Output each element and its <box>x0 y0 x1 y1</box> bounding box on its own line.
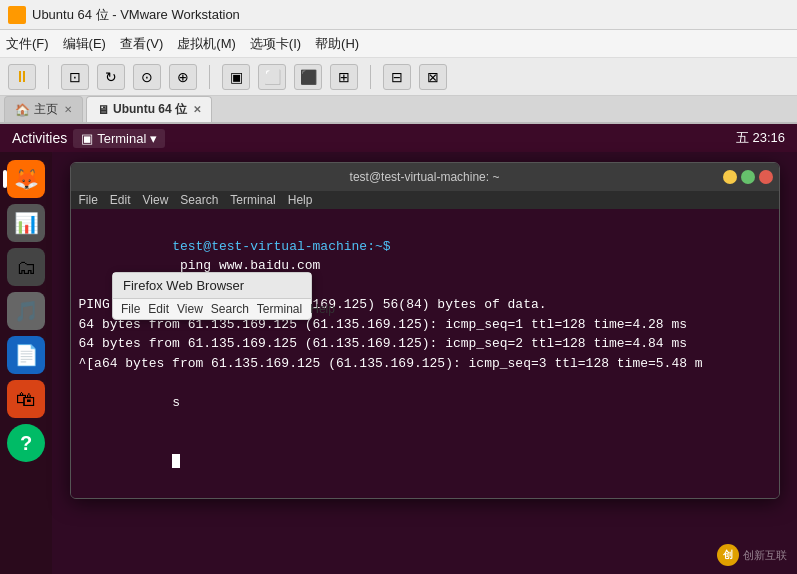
menu-tabs[interactable]: 选项卡(I) <box>250 35 301 53</box>
dock-files[interactable]: 🗂 <box>7 248 45 286</box>
ff-menu-edit[interactable]: Edit <box>148 302 169 316</box>
terminal-cmd-0: ping www.baidu.com <box>172 258 320 273</box>
dock-store[interactable]: 🛍 <box>7 380 45 418</box>
terminal-prompt-0: test@test-virtual-machine:~$ <box>172 239 390 254</box>
toolbar-separator-3 <box>370 65 371 89</box>
system-time: 五 23:16 <box>736 130 785 145</box>
dock-sound[interactable]: 🎵 <box>7 292 45 330</box>
vmware-toolbar: ⏸ ⊡ ↻ ⊙ ⊕ ▣ ⬜ ⬛ ⊞ ⊟ ⊠ <box>0 58 797 96</box>
ff-menu-search[interactable]: Search <box>211 302 249 316</box>
firefox-tooltip-title: Firefox Web Browser <box>113 273 311 299</box>
firefox-icon-symbol: 🦊 <box>14 167 39 191</box>
terminal-minimize-button[interactable] <box>723 170 737 184</box>
toolbar-btn-7[interactable]: ⬛ <box>294 64 322 90</box>
topbar-left: Activities ▣ Terminal ▾ <box>12 129 165 148</box>
term-menu-view[interactable]: View <box>143 193 169 207</box>
sound-icon-symbol: 🎵 <box>14 299 39 323</box>
toolbar-btn-2[interactable]: ↻ <box>97 64 125 90</box>
toolbar-separator <box>48 65 49 89</box>
toolbar-btn-9[interactable]: ⊟ <box>383 64 411 90</box>
store-icon-symbol: 🛍 <box>16 388 36 411</box>
tab-home-close[interactable]: ✕ <box>64 104 72 115</box>
toolbar-btn-5[interactable]: ▣ <box>222 64 250 90</box>
menu-edit[interactable]: 编辑(E) <box>63 35 106 53</box>
terminal-menu-label: Terminal <box>97 131 146 146</box>
ubuntu-main: 🦊 📊 🗂 🎵 📄 🛍 ? Fi <box>0 152 797 574</box>
toolbar-separator-2 <box>209 65 210 89</box>
toolbar-btn-8[interactable]: ⊞ <box>330 64 358 90</box>
watermark-text: 创新互联 <box>743 548 787 563</box>
firefox-tooltip: Firefox Web Browser File Edit View Searc… <box>112 272 312 320</box>
menu-file[interactable]: 文件(F) <box>6 35 49 53</box>
writer-icon-symbol: 📄 <box>14 343 39 367</box>
terminal-controls <box>723 170 773 184</box>
ff-menu-file[interactable]: File <box>121 302 140 316</box>
watermark-logo-text: 创 <box>723 548 733 562</box>
terminal-line-5: s <box>79 373 771 432</box>
menu-vm[interactable]: 虚拟机(M) <box>177 35 236 53</box>
terminal-titlebar: test@test-virtual-machine: ~ <box>71 163 779 191</box>
term-menu-help[interactable]: Help <box>288 193 313 207</box>
vmware-tabs: 🏠 主页 ✕ 🖥 Ubuntu 64 位 ✕ <box>0 96 797 124</box>
ubuntu-icon: 🖥 <box>97 103 109 117</box>
files-icon-symbol: 🗂 <box>16 256 36 279</box>
dock-writer[interactable]: 📄 <box>7 336 45 374</box>
tab-home[interactable]: 🏠 主页 ✕ <box>4 96 83 122</box>
terminal-line-4: ^[a64 bytes from 61.135.169.125 (61.135.… <box>79 354 771 374</box>
menu-help[interactable]: 帮助(H) <box>315 35 359 53</box>
ubuntu-topbar: Activities ▣ Terminal ▾ 五 23:16 <box>0 124 797 152</box>
toolbar-btn-3[interactable]: ⊙ <box>133 64 161 90</box>
terminal-menu[interactable]: ▣ Terminal ▾ <box>73 129 165 148</box>
terminal-menubar: File Edit View Search Terminal Help <box>71 191 779 209</box>
dock-firefox[interactable]: 🦊 <box>7 160 45 198</box>
vmware-icon <box>8 6 26 24</box>
terminal-window: test@test-virtual-machine: ~ File Edit V… <box>70 162 780 499</box>
terminal-cursor <box>172 454 180 468</box>
firefox-tooltip-menu: File Edit View Search Terminal Help <box>113 299 311 319</box>
activities-label[interactable]: Activities <box>12 130 67 146</box>
tab-home-label: 主页 <box>34 101 58 118</box>
dock-help[interactable]: ? <box>7 424 45 462</box>
term-menu-search[interactable]: Search <box>180 193 218 207</box>
terminal-title: test@test-virtual-machine: ~ <box>350 170 500 184</box>
menu-view[interactable]: 查看(V) <box>120 35 163 53</box>
ubuntu-content: Activities ▣ Terminal ▾ 五 23:16 🦊 📊 🗂 <box>0 124 797 574</box>
ubuntu-workspace: Firefox Web Browser File Edit View Searc… <box>52 152 797 574</box>
terminal-maximize-button[interactable] <box>741 170 755 184</box>
topbar-right: 五 23:16 <box>736 129 785 147</box>
term-menu-file[interactable]: File <box>79 193 98 207</box>
tab-ubuntu[interactable]: 🖥 Ubuntu 64 位 ✕ <box>86 96 212 122</box>
term-menu-terminal[interactable]: Terminal <box>230 193 275 207</box>
tab-ubuntu-label: Ubuntu 64 位 <box>113 101 187 118</box>
dock-libreoffice[interactable]: 📊 <box>7 204 45 242</box>
terminal-line-3: 64 bytes from 61.135.169.125 (61.135.169… <box>79 334 771 354</box>
ff-menu-terminal[interactable]: Terminal <box>257 302 302 316</box>
terminal-menu-chevron: ▾ <box>150 131 157 146</box>
pause-button[interactable]: ⏸ <box>8 64 36 90</box>
ubuntu-dock: 🦊 📊 🗂 🎵 📄 🛍 ? <box>0 152 52 574</box>
watermark: 创 创新互联 <box>717 544 787 566</box>
terminal-body[interactable]: test@test-virtual-machine:~$ ping www.ba… <box>71 209 779 498</box>
libreoffice-icon-symbol: 📊 <box>14 211 39 235</box>
term-menu-edit[interactable]: Edit <box>110 193 131 207</box>
terminal-text-5: s <box>172 395 180 410</box>
toolbar-btn-4[interactable]: ⊕ <box>169 64 197 90</box>
help-icon-symbol: ? <box>20 432 32 455</box>
vmware-title: Ubuntu 64 位 - VMware Workstation <box>32 6 240 24</box>
terminal-icon: ▣ <box>81 131 93 146</box>
watermark-logo: 创 <box>717 544 739 566</box>
ff-menu-view[interactable]: View <box>177 302 203 316</box>
vmware-titlebar: Ubuntu 64 位 - VMware Workstation <box>0 0 797 30</box>
ff-menu-help[interactable]: Help <box>310 302 335 316</box>
tab-ubuntu-close[interactable]: ✕ <box>193 104 201 115</box>
toolbar-btn-1[interactable]: ⊡ <box>61 64 89 90</box>
home-icon: 🏠 <box>15 103 30 117</box>
terminal-close-button[interactable] <box>759 170 773 184</box>
toolbar-btn-10[interactable]: ⊠ <box>419 64 447 90</box>
terminal-cursor-line <box>79 432 771 491</box>
vmware-menubar: 文件(F) 编辑(E) 查看(V) 虚拟机(M) 选项卡(I) 帮助(H) <box>0 30 797 58</box>
toolbar-btn-6[interactable]: ⬜ <box>258 64 286 90</box>
